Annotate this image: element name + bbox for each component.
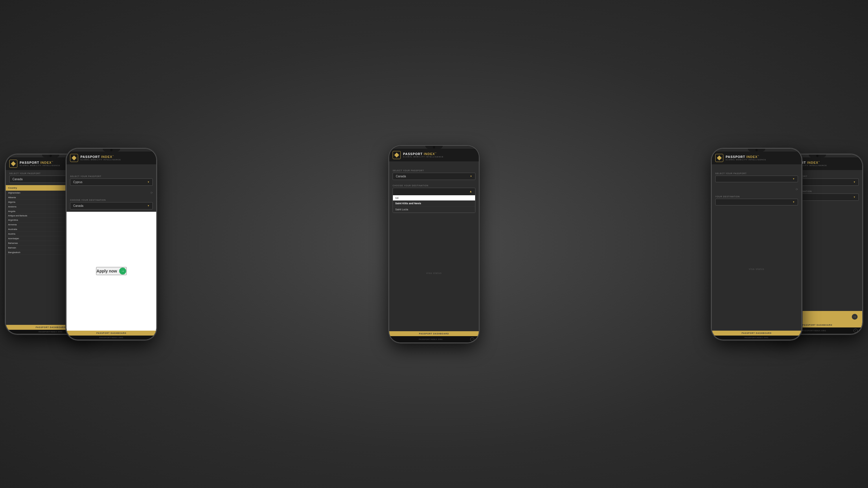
visa-status-label-3: visa status	[426, 272, 442, 274]
phone-2: PASSPORT INDEX™ GLOBAL MOBILITY INTELLIG…	[66, 149, 156, 339]
app-header-3: PASSPORT INDEX™ GLOBAL MOBILITY INTELLIG…	[389, 149, 479, 161]
dropdown-arrow-2: ▼	[147, 181, 150, 184]
diamond-icon-2	[72, 155, 77, 160]
title-index-4: INDEX™	[746, 155, 760, 159]
dropdown-arrow-dest-2: ▼	[147, 204, 150, 207]
title-group-4: PASSPORT INDEX™ GLOBAL MOBILITY INTELLIG…	[726, 155, 766, 161]
phones-container: PASSPORT INDEX™ GLOBAL MOBILITY INTELLIG…	[0, 0, 868, 488]
phone-footer-2: PASSPORT DASHBOARD	[66, 331, 156, 335]
app-subtitle-3: GLOBAL MOBILITY INTELLIGENCE	[403, 156, 443, 158]
title-index-5: INDEX™	[807, 161, 820, 164]
destination-value-2: Canada	[73, 204, 83, 207]
phone-notch-4	[748, 149, 765, 152]
dropdown-options-3: Saint Kitts and Nevis Saint Lucia	[393, 200, 475, 213]
title-group-2: PASSPORT INDEX™ GLOBAL MOBILITY INTELLIG…	[81, 155, 121, 161]
passport-value-3: Canada	[396, 175, 406, 178]
dropdown-arrow-5: ▼	[853, 181, 856, 184]
phone-3: PASSPORT INDEX™ GLOBAL MOBILITY INTELLIG…	[389, 146, 479, 343]
title-index-3: INDEX™	[424, 152, 437, 156]
apply-now-label: Apply now	[97, 269, 117, 273]
phone-4: PASSPORT INDEX™ GLOBAL MOBILITY INTELLIG…	[712, 149, 802, 339]
app-subtitle-4: GLOBAL MOBILITY INTELLIGENCE	[726, 159, 766, 161]
phone-bottom-bar-2: PASSPORTINDEX.ORG	[66, 335, 156, 339]
title-passport-2: PASSPORT	[81, 155, 100, 159]
diamond-icon-1	[11, 161, 16, 166]
visa-status-label-4: visa status	[749, 268, 765, 270]
scan-icon-2: ⟳	[151, 191, 153, 194]
app-header-2: PASSPORT INDEX™ GLOBAL MOBILITY INTELLIG…	[66, 152, 156, 164]
logo-icon-2	[70, 154, 78, 162]
passport-value-2: Cyprus	[73, 181, 83, 184]
col-country-1: Country	[6, 185, 72, 191]
destination-trigger-3[interactable]: ▲	[393, 188, 475, 195]
destination-label-2: CHOOSE YOUR DESTINATION	[66, 197, 156, 202]
dropdown-arrow-4: ▼	[793, 177, 795, 180]
dropdown-arrow-dest-5: ▼	[853, 196, 856, 198]
phone-bottom-bar-4: PASSPORTINDEX.ORG	[712, 335, 802, 339]
destination-dropdown-4[interactable]: ▼	[712, 199, 802, 205]
app-header-4: PASSPORT INDEX™ GLOBAL MOBILITY INTELLIG…	[712, 152, 802, 164]
option-saint-kitts[interactable]: Saint Kitts and Nevis	[393, 200, 475, 206]
passport-label-4: SELECT YOUR PASSPORT	[712, 170, 802, 175]
search-input-3[interactable]	[393, 195, 475, 200]
destination-search-3[interactable]: ▲ Saint Kitts and Nevis Saint Lucia	[389, 188, 479, 213]
passport-dropdown-4[interactable]: ▼	[712, 175, 802, 182]
diamond-icon-3	[394, 153, 399, 157]
app-subtitle-2: GLOBAL MOBILITY INTELLIGENCE	[81, 159, 121, 161]
title-passport-4: PASSPORT	[726, 155, 745, 159]
passport-value-1: Canada	[12, 177, 23, 181]
diamond-icon-4	[717, 155, 722, 160]
destination-dropdown-2[interactable]: Canada ▼	[66, 202, 156, 209]
passport-dropdown-3[interactable]: Canada ▼	[389, 173, 479, 180]
dropdown-arrow-dest-4: ▼	[793, 201, 795, 203]
option-saint-lucia[interactable]: Saint Lucia	[393, 206, 475, 213]
title-passport-3: PASSPORT	[403, 152, 423, 156]
phone-notch-3	[425, 146, 443, 149]
title-group-1: PASSPORT INDEX™ GLOBAL MOBILITY INTELLIG…	[20, 161, 60, 166]
phone-footer-3: PASSPORT DASHBOARD	[389, 331, 479, 336]
title-index-1: INDEX™	[40, 161, 54, 164]
title-passport-1: PASSPORT	[20, 161, 39, 164]
logo-icon-3	[393, 151, 401, 159]
phone-notch-1	[42, 155, 59, 157]
passport-label-3: SELECT YOUR PASSPORT	[389, 167, 479, 173]
title-index-2: INDEX™	[101, 155, 114, 159]
eta-arrow-icon-5: →	[852, 314, 858, 320]
scan-icon-4: ⟳	[796, 188, 798, 191]
apply-now-button[interactable]: Apply now →	[96, 267, 127, 275]
phone-notch-5	[809, 155, 826, 157]
logo-icon-4	[715, 154, 723, 162]
info-icon-3[interactable]: i	[470, 337, 474, 341]
title-group-3: PASSPORT INDEX™ GLOBAL MOBILITY INTELLIG…	[403, 152, 443, 158]
logo-icon-1	[9, 160, 18, 168]
app-subtitle-1: GLOBAL MOBILITY INTELLIGENCE	[20, 165, 60, 166]
info-icon-5[interactable]: i	[854, 329, 858, 333]
dropdown-up-arrow-3: ▲	[469, 190, 472, 193]
destination-label-3: CHOOSE YOUR DESTINATION	[389, 182, 479, 188]
dropdown-arrow-3: ▼	[470, 175, 472, 177]
passport-dropdown-2[interactable]: Cyprus ▼	[66, 178, 156, 186]
passport-label-2: SELECT YOUR PASSPORT	[66, 173, 156, 178]
phone-footer-4: PASSPORT DASHBOARD	[712, 331, 802, 335]
apply-arrow-icon: →	[119, 268, 126, 274]
phone-bottom-bar-3: PASSPORTINDEX.ORG i	[389, 336, 479, 343]
apply-now-section: Apply now →	[66, 212, 156, 331]
destination-label-4: YOUR DESTINATION	[712, 193, 802, 199]
phone-notch-2	[103, 149, 120, 152]
